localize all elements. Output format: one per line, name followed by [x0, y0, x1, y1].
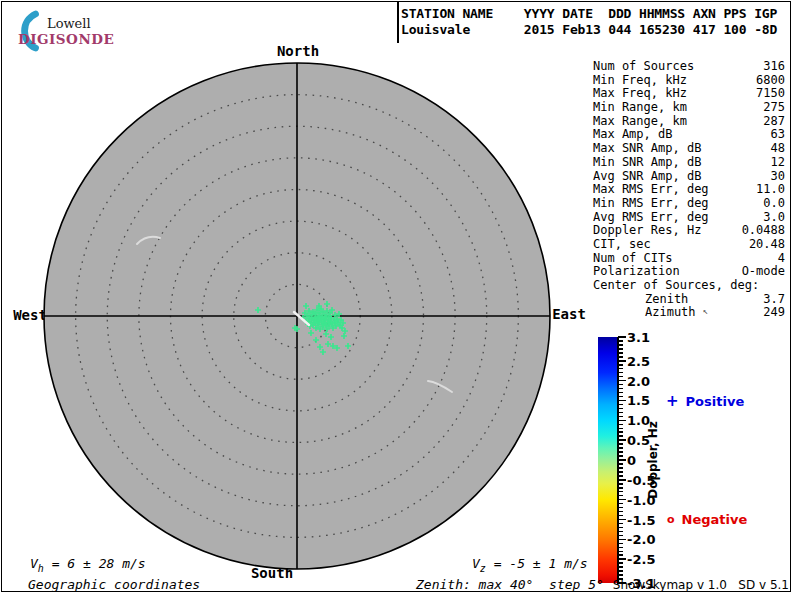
stat-value: 20.48 — [749, 238, 785, 252]
stat-row: Min SNR Amp, dB12 — [593, 156, 785, 170]
colorbar-minor-tick — [618, 348, 623, 350]
stat-value: 12 — [771, 156, 785, 170]
colorbar-minor-tick — [618, 352, 623, 354]
colorbar-major-tick — [618, 400, 626, 402]
colorbar-minor-tick — [618, 364, 623, 366]
stat-row: Num of CITs4 — [593, 252, 785, 266]
logo-lowell-text: Lowell — [47, 16, 91, 31]
stat-value: 0.0 — [763, 197, 785, 211]
stat-value: 0.0488 — [742, 224, 785, 238]
negative-doppler-legend: oNegative — [667, 512, 747, 527]
colorbar-minor-tick — [618, 547, 623, 549]
colorbar-minor-tick — [618, 475, 623, 477]
colorbar-major-tick — [618, 336, 626, 338]
colorbar-minor-tick — [618, 428, 623, 430]
stat-label: Avg SNR Amp, dB — [593, 170, 701, 184]
colorbar-minor-tick — [618, 368, 623, 370]
colorbar-minor-tick — [618, 574, 623, 576]
stat-row: Min Range, km275 — [593, 101, 785, 115]
colorbar-minor-tick — [618, 447, 623, 449]
colorbar-tick-label: 0 — [627, 453, 636, 468]
colorbar-minor-tick — [618, 451, 623, 453]
colorbar-major-tick — [618, 439, 626, 441]
stat-row: Min Freq, kHz6800 — [593, 74, 785, 88]
stat-label: Max SNR Amp, dB — [593, 142, 701, 156]
colorbar-minor-tick — [618, 551, 623, 553]
colorbar-minor-tick — [618, 566, 623, 568]
colorbar-tick-label: 2.0 — [627, 373, 650, 388]
stat-label: Doppler Res, Hz — [593, 224, 701, 238]
colorbar-minor-tick — [618, 408, 623, 410]
stat-row: Zenith3.7 — [593, 293, 785, 307]
stat-row: Avg SNR Amp, dB30 — [593, 170, 785, 184]
colorbar-minor-tick — [618, 388, 623, 390]
stat-label: Min SNR Amp, dB — [593, 156, 701, 170]
stat-label: Num of CITs — [593, 252, 672, 266]
plus-marker-icon: + — [666, 395, 679, 408]
header-divider — [397, 2, 399, 43]
stats-panel: Num of Sources316Min Freq, kHz6800Max Fr… — [593, 60, 785, 320]
showskymap-window: Lowell DIGISONDE STATION NAME YYYY DATE … — [0, 0, 800, 600]
stat-value: 316 — [763, 60, 785, 74]
stat-label: Max Amp, dB — [593, 128, 672, 142]
colorbar-minor-tick — [618, 356, 623, 358]
stat-value: 11.0 — [756, 183, 785, 197]
colorbar-minor-tick — [618, 491, 623, 493]
colorbar-minor-tick — [618, 340, 623, 342]
stat-value: 63 — [771, 128, 785, 142]
colorbar-major-tick — [618, 459, 626, 461]
colorbar-minor-tick — [618, 344, 623, 346]
stat-label: CIT, sec — [593, 238, 651, 252]
colorbar-tick-label: 3.1 — [627, 330, 650, 345]
zenith-scale-label: Zenith: max 40° step 5° — [416, 577, 604, 592]
stat-value: 48 — [771, 142, 785, 156]
colorbar-minor-tick — [618, 471, 623, 473]
colorbar-minor-tick — [618, 431, 623, 433]
stat-value: 287 — [763, 115, 785, 129]
stat-value: 4 — [778, 252, 785, 266]
colorbar-minor-tick — [618, 404, 623, 406]
stat-row: Max Range, km287 — [593, 115, 785, 129]
circle-marker-icon: o — [667, 513, 675, 526]
stat-label: Avg RMS Err, deg — [593, 211, 709, 225]
colorbar-minor-tick — [618, 487, 623, 489]
stat-row: Max Amp, dB63 — [593, 128, 785, 142]
stat-value: 7150 — [756, 87, 785, 101]
colorbar-minor-tick — [618, 416, 623, 418]
stat-label: Max RMS Err, deg — [593, 183, 709, 197]
colorbar-minor-tick — [618, 527, 623, 529]
colorbar-major-tick — [618, 360, 626, 362]
positive-doppler-legend: +Positive — [666, 394, 744, 409]
colorbar-minor-tick — [618, 562, 623, 564]
colorbar-minor-tick — [618, 392, 623, 394]
stat-value: 3.7 — [763, 293, 785, 307]
stat-row: Azimuth↖249 — [593, 306, 785, 320]
stat-label: Max Freq, kHz — [593, 87, 687, 101]
stat-value: O-mode — [742, 265, 785, 279]
colorbar-minor-tick — [618, 372, 623, 374]
stat-label: Min RMS Err, deg — [593, 197, 709, 211]
colorbar-minor-tick — [618, 570, 623, 572]
colorbar-minor-tick — [618, 412, 623, 414]
stat-label: Zenith — [645, 293, 688, 307]
stat-value: 3.0 — [763, 211, 785, 225]
colorbar-minor-tick — [618, 535, 623, 537]
coordinate-system-label: Geographic coordinates — [28, 577, 200, 592]
colorbar-minor-tick — [618, 543, 623, 545]
vertical-velocity-label: Vz = -5 ± 1 m/s — [472, 556, 588, 574]
colorbar-minor-tick — [618, 463, 623, 465]
colorbar-minor-tick — [618, 507, 623, 509]
compass-east-label: East — [552, 306, 586, 322]
stat-row: Doppler Res, Hz0.0488 — [593, 224, 785, 238]
colorbar-minor-tick — [618, 376, 623, 378]
digisonde-logo: Lowell DIGISONDE — [10, 6, 120, 52]
colorbar-ticks — [617, 337, 626, 584]
stat-row: Max RMS Err, deg11.0 — [593, 183, 785, 197]
stat-row: Max Freq, kHz7150 — [593, 87, 785, 101]
colorbar-major-tick — [618, 499, 626, 501]
colorbar-minor-tick — [618, 455, 623, 457]
stat-label: Num of Sources — [593, 60, 694, 74]
stat-row: Max SNR Amp, dB48 — [593, 142, 785, 156]
colorbar-tick-label: -2.5 — [627, 552, 655, 567]
colorbar-minor-tick — [618, 435, 623, 437]
